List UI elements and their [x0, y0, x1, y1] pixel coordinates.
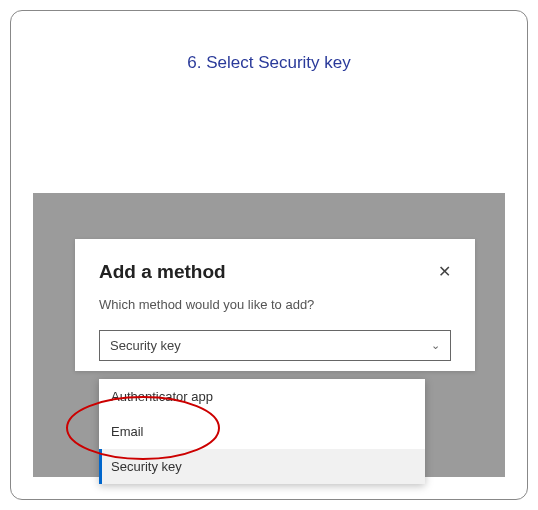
dropdown-item-security-key[interactable]: Security key	[99, 449, 425, 484]
dropdown-item-authenticator[interactable]: Authenticator app	[99, 379, 425, 414]
dialog-header: Add a method ✕	[99, 261, 451, 283]
dialog-subtitle: Which method would you like to add?	[99, 297, 451, 312]
chevron-down-icon: ⌄	[431, 339, 440, 352]
close-icon[interactable]: ✕	[438, 264, 451, 280]
instruction-card: 6. Select Security key Add a method ✕ Wh…	[10, 10, 528, 500]
method-dropdown: Authenticator app Email Security key	[99, 379, 425, 484]
select-value: Security key	[110, 338, 181, 353]
step-title: 6. Select Security key	[33, 53, 505, 73]
add-method-dialog: Add a method ✕ Which method would you li…	[75, 239, 475, 371]
dropdown-item-email[interactable]: Email	[99, 414, 425, 449]
screenshot-region: Add a method ✕ Which method would you li…	[33, 193, 505, 477]
method-select[interactable]: Security key ⌄	[99, 330, 451, 361]
dialog-title: Add a method	[99, 261, 226, 283]
